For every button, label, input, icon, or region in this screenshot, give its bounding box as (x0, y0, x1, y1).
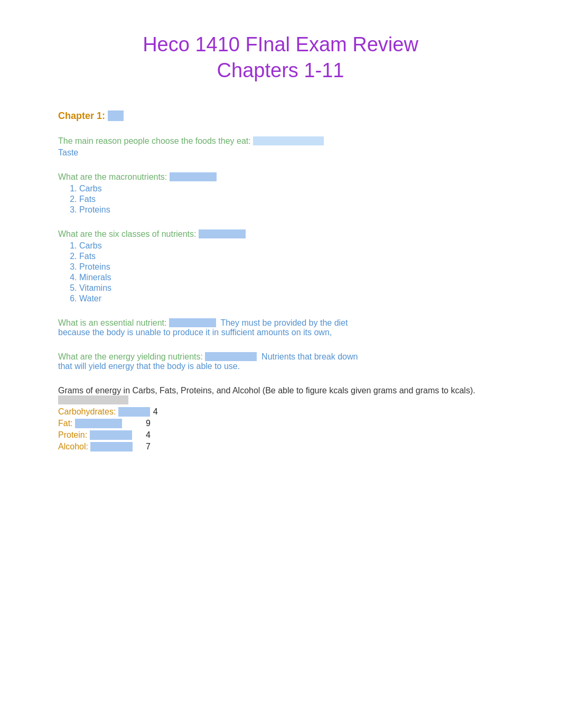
q5-answer: that will yield energy that the body is … (58, 362, 503, 371)
list-item: Carbs (79, 184, 503, 193)
q4-question: What is an essential nutrient: They must… (58, 318, 348, 327)
nutrient-row-carbs: Carbohydrates: 4 (58, 407, 503, 417)
list-item: Minerals (79, 273, 503, 282)
q6-block: Grams of energy in Carbs, Fats, Proteins… (58, 386, 503, 451)
carbs-label: Carbohydrates: (58, 407, 150, 417)
q4-answer-cont: because the body is unable to produce it… (58, 328, 503, 337)
fat-label: Fat: (58, 419, 143, 428)
q3-list: Carbs Fats Proteins Minerals Vitamins Wa… (79, 241, 503, 303)
list-item: Fats (79, 195, 503, 204)
q3-question: What are the six classes of nutrients: (58, 229, 503, 239)
page-title: Heco 1410 FInal Exam Review Chapters 1-1… (58, 32, 503, 84)
q4-block: What is an essential nutrient: They must… (58, 318, 503, 337)
q2-list: Carbs Fats Proteins (79, 184, 503, 215)
q2-block: What are the macronutrients: Carbs Fats … (58, 172, 503, 215)
q1-question: The main reason people choose the foods … (58, 136, 503, 146)
protein-label: Protein: (58, 430, 143, 440)
nutrient-row-alcohol: Alcohol: 7 (58, 442, 503, 451)
list-item: Carbs (79, 241, 503, 251)
fat-value: 9 (146, 419, 151, 428)
list-item: Vitamins (79, 283, 503, 293)
q3-block: What are the six classes of nutrients: C… (58, 229, 503, 303)
carbs-value: 4 (153, 407, 158, 417)
protein-value: 4 (146, 430, 151, 440)
q2-question: What are the macronutrients: (58, 172, 503, 182)
q1-answer: Taste (58, 148, 503, 158)
nutrient-row-protein: Protein: 4 (58, 430, 503, 440)
list-item: Water (79, 294, 503, 303)
nutrient-row-fat: Fat: 9 (58, 419, 503, 428)
q5-question: What are the energy yielding nutrients: … (58, 352, 358, 361)
nutrient-table: Carbohydrates: 4 Fat: 9 Protein: 4 (58, 407, 503, 451)
q6-question: Grams of energy in Carbs, Fats, Proteins… (58, 386, 503, 405)
q5-block: What are the energy yielding nutrients: … (58, 352, 503, 371)
alcohol-label: Alcohol: (58, 442, 143, 451)
list-item: Proteins (79, 262, 503, 272)
q1-block: The main reason people choose the foods … (58, 136, 503, 158)
list-item: Fats (79, 252, 503, 261)
list-item: Proteins (79, 205, 503, 215)
chapter1-heading: Chapter 1: (58, 110, 503, 122)
alcohol-value: 7 (146, 442, 151, 451)
